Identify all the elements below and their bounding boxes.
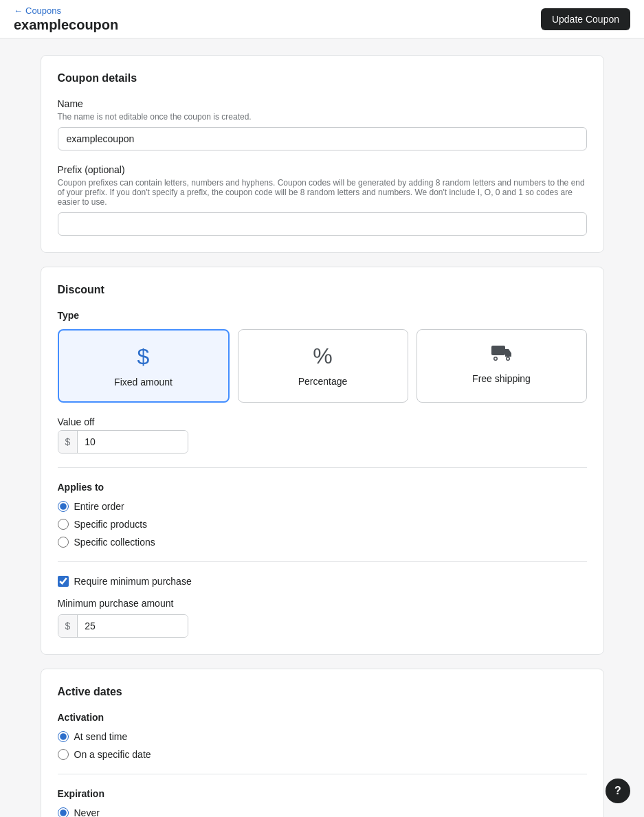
activation-options: At send time On a specific date (58, 731, 587, 760)
discount-title: Discount (58, 284, 587, 296)
divider-2 (58, 561, 587, 562)
divider-1 (58, 467, 587, 468)
applies-entire-order[interactable]: Entire order (58, 501, 587, 512)
activation-specific-date[interactable]: On a specific date (58, 749, 587, 760)
prefix-input[interactable] (58, 212, 587, 236)
main-content: Coupon details Name The name is not edit… (27, 55, 618, 817)
min-purchase-section: Require minimum purchase Minimum purchas… (58, 576, 587, 638)
min-purchase-input[interactable] (78, 615, 188, 637)
type-label: Type (58, 310, 587, 321)
value-off-group: Value off $ (58, 416, 587, 454)
update-coupon-button[interactable]: Update Coupon (541, 8, 630, 30)
top-left: ← Coupons examplecoupon (14, 5, 118, 33)
expiration-options: Never After a certain number of days/hou… (58, 807, 587, 817)
coupon-details-title: Coupon details (58, 72, 587, 85)
free-shipping-label: Free shipping (472, 373, 531, 384)
applies-specific-collections-radio[interactable] (58, 537, 69, 548)
applies-specific-collections[interactable]: Specific collections (58, 537, 587, 548)
percentage-label: Percentage (298, 376, 348, 387)
fixed-amount-label: Fixed amount (114, 377, 173, 388)
prefix-field-group: Prefix (optional) Coupon prefixes can co… (58, 164, 587, 236)
name-input[interactable] (58, 127, 587, 150)
arrow-icon: ← (14, 5, 23, 16)
dollar-icon: $ (137, 344, 150, 370)
activation-specific-date-label: On a specific date (74, 749, 151, 760)
applies-specific-products[interactable]: Specific products (58, 519, 587, 530)
percent-icon: % (313, 344, 332, 369)
help-button[interactable]: ? (606, 779, 630, 803)
breadcrumb-link[interactable]: ← Coupons (14, 5, 118, 16)
min-purchase-amount-label: Minimum purchase amount (58, 598, 587, 609)
min-purchase-checkbox[interactable] (58, 576, 69, 587)
truck-icon (491, 344, 513, 366)
min-purchase-field: $ (58, 614, 587, 638)
min-purchase-value-field: $ (58, 614, 188, 638)
expiration-never-label: Never (74, 807, 100, 817)
activation-section: Activation At send time On a specific da… (58, 712, 587, 760)
at-send-time-radio[interactable] (58, 731, 69, 742)
coupon-details-card: Coupon details Name The name is not edit… (41, 55, 604, 253)
discount-card: Discount Type $ Fixed amount % Percentag… (41, 267, 604, 655)
type-percentage[interactable]: % Percentage (238, 329, 408, 403)
specific-products-label: Specific products (74, 519, 148, 530)
min-purchase-checkbox-label: Require minimum purchase (74, 576, 192, 587)
value-field: $ (58, 430, 188, 454)
expiration-never-radio[interactable] (58, 807, 69, 817)
name-label: Name (58, 98, 587, 109)
svg-point-4 (507, 358, 509, 360)
at-send-time-label: At send time (74, 731, 128, 742)
activation-specific-date-radio[interactable] (58, 749, 69, 760)
value-input[interactable] (78, 431, 188, 453)
name-field-group: Name The name is not editable once the c… (58, 98, 587, 150)
applies-specific-products-radio[interactable] (58, 519, 69, 530)
active-dates-title: Active dates (58, 686, 587, 698)
value-prefix: $ (58, 431, 78, 453)
type-free-shipping[interactable]: Free shipping (417, 329, 587, 403)
value-off-label: Value off (58, 416, 587, 427)
expiration-section: Expiration Never After a certain number … (58, 788, 587, 817)
expiration-never[interactable]: Never (58, 807, 587, 817)
breadcrumb-label: Coupons (25, 5, 61, 16)
type-fixed-amount[interactable]: $ Fixed amount (58, 329, 230, 403)
prefix-hint: Coupon prefixes can contain letters, num… (58, 178, 587, 207)
expiration-label: Expiration (58, 788, 587, 799)
min-purchase-prefix: $ (58, 615, 78, 637)
activation-at-send-time[interactable]: At send time (58, 731, 587, 742)
prefix-label: Prefix (optional) (58, 164, 587, 175)
applies-entire-order-radio[interactable] (58, 501, 69, 512)
applies-to-options: Entire order Specific products Specific … (58, 501, 587, 548)
activation-label: Activation (58, 712, 587, 723)
name-hint: The name is not editable once the coupon… (58, 112, 587, 122)
divider-3 (58, 774, 587, 774)
min-purchase-checkbox-row: Require minimum purchase (58, 576, 587, 587)
top-bar: ← Coupons examplecoupon Update Coupon (0, 0, 644, 38)
type-options: $ Fixed amount % Percentage (58, 329, 587, 403)
page-title: examplecoupon (14, 17, 118, 33)
active-dates-card: Active dates Activation At send time On … (41, 669, 604, 817)
svg-point-3 (494, 358, 496, 360)
specific-collections-label: Specific collections (74, 537, 155, 548)
svg-rect-0 (491, 346, 505, 355)
applies-to-section: Applies to Entire order Specific product… (58, 482, 587, 548)
applies-to-label: Applies to (58, 482, 587, 493)
entire-order-label: Entire order (74, 501, 124, 512)
